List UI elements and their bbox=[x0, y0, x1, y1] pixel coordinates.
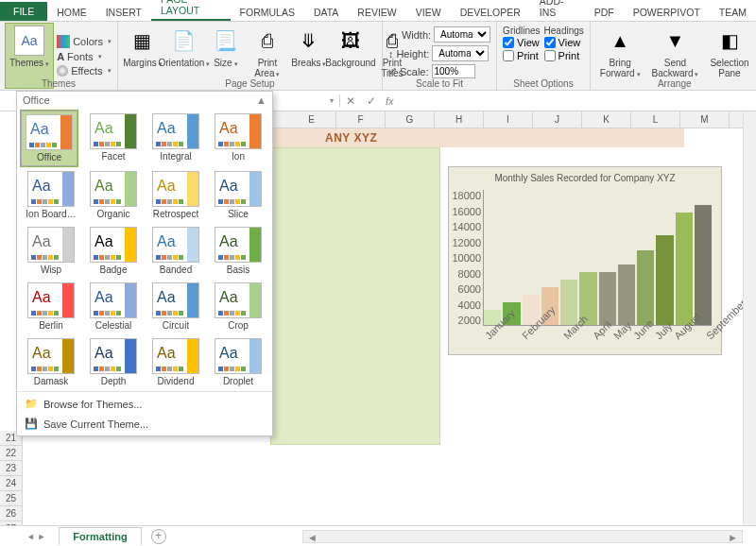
theme-crop[interactable]: AaCrop bbox=[208, 280, 268, 333]
sheet-tabs: ◄ ► Formatting + ◄► bbox=[0, 525, 756, 546]
row-24[interactable]: 24 bbox=[0, 476, 22, 491]
scale-icon: ⤢ bbox=[388, 65, 397, 77]
themes-icon: Aa bbox=[14, 26, 44, 56]
send-backward-icon: ▼ bbox=[660, 26, 690, 56]
tab-team[interactable]: Team bbox=[710, 3, 756, 21]
row-headers[interactable]: 2122232425262728293031 bbox=[0, 431, 23, 527]
theme-circuit[interactable]: AaCircuit bbox=[146, 280, 206, 333]
col-L[interactable]: L bbox=[631, 111, 680, 128]
bar-October bbox=[656, 235, 673, 325]
scale-height[interactable]: ↕Height:Automatic bbox=[388, 44, 490, 62]
sheet-nav[interactable]: ◄ ► bbox=[19, 532, 53, 541]
tab-page-layout[interactable]: PAGE LAYOUT bbox=[151, 0, 231, 21]
col-F[interactable]: F bbox=[336, 111, 386, 128]
fx-icon[interactable]: fx bbox=[382, 95, 398, 107]
headings-print[interactable]: Print bbox=[544, 49, 584, 62]
theme-berlin[interactable]: AaBerlin bbox=[21, 280, 81, 333]
col-K[interactable]: K bbox=[582, 111, 631, 128]
ribbon-tabs: FILE HOME INSERT PAGE LAYOUT FORMULAS DA… bbox=[0, 0, 756, 22]
bring-forward-icon: ▲ bbox=[605, 26, 635, 56]
save-icon: 💾 bbox=[25, 418, 38, 430]
tab-view[interactable]: VIEW bbox=[406, 3, 451, 21]
bar-July bbox=[599, 272, 616, 325]
tab-home[interactable]: HOME bbox=[47, 3, 96, 21]
theme-retrospect[interactable]: AaRetrospect bbox=[146, 168, 206, 222]
group-label-scale: Scale to Fit bbox=[383, 78, 496, 89]
scale-pct[interactable]: ⤢Scale: bbox=[388, 63, 490, 79]
bar-December bbox=[695, 205, 712, 325]
tab-addins[interactable]: ADD-INS bbox=[530, 0, 585, 21]
horizontal-scrollbar[interactable]: ◄► bbox=[302, 530, 743, 543]
tab-data[interactable]: DATA bbox=[304, 3, 348, 21]
row-26[interactable]: 26 bbox=[0, 506, 22, 521]
theme-basis[interactable]: AaBasis bbox=[208, 224, 268, 278]
chart[interactable]: Monthly Sales Recorded for Company XYZ 1… bbox=[448, 166, 722, 355]
theme-slice[interactable]: AaSlice bbox=[208, 168, 268, 222]
selection-pane-icon: ◧ bbox=[714, 26, 745, 56]
chart-x-axis: JanuaryFebruaryMarchAprilMayJuneJulyAugu… bbox=[483, 328, 712, 352]
row-25[interactable]: 25 bbox=[0, 491, 22, 506]
row-22[interactable]: 22 bbox=[0, 446, 22, 461]
tab-review[interactable]: REVIEW bbox=[348, 3, 405, 21]
col-G[interactable]: G bbox=[386, 111, 435, 128]
width-select[interactable]: Automatic bbox=[434, 26, 490, 43]
row-23[interactable]: 23 bbox=[0, 461, 22, 476]
col-E[interactable]: E bbox=[287, 111, 336, 128]
vertical-scrollbar[interactable] bbox=[743, 111, 756, 525]
theme-organic[interactable]: AaOrganic bbox=[83, 168, 144, 222]
col-J[interactable]: J bbox=[533, 111, 582, 128]
folder-icon: 📁 bbox=[25, 398, 38, 410]
tab-developer[interactable]: DEVELOPER bbox=[451, 3, 530, 21]
headings-label: Headings bbox=[544, 26, 584, 36]
theme-banded[interactable]: AaBanded bbox=[146, 224, 206, 278]
theme-damask[interactable]: AaDamask bbox=[21, 335, 81, 389]
add-sheet-button[interactable]: + bbox=[151, 529, 166, 544]
theme-facet[interactable]: AaFacet bbox=[83, 111, 144, 166]
scale-width[interactable]: ↔Width:Automatic bbox=[388, 26, 490, 43]
chart-bars bbox=[483, 190, 712, 326]
sheet-tab-formatting[interactable]: Formatting bbox=[59, 527, 141, 545]
theme-ion[interactable]: AaIon bbox=[208, 111, 268, 166]
theme-droplet[interactable]: AaDroplet bbox=[208, 335, 268, 389]
group-label-sheet: Sheet Options bbox=[497, 78, 590, 89]
print-area-icon: ⎙ bbox=[252, 26, 283, 56]
tab-insert[interactable]: INSERT bbox=[96, 3, 151, 21]
col-M[interactable]: M bbox=[680, 111, 730, 128]
col-H[interactable]: H bbox=[435, 111, 484, 128]
height-icon: ↕ bbox=[388, 48, 394, 60]
accept-formula[interactable]: ✓ bbox=[361, 94, 382, 108]
width-icon: ↔ bbox=[388, 29, 399, 41]
theme-dividend[interactable]: AaDividend bbox=[146, 335, 206, 389]
tab-pdf[interactable]: PDF bbox=[585, 3, 624, 21]
background-icon: 🖼 bbox=[335, 26, 366, 56]
theme-integral[interactable]: AaIntegral bbox=[146, 111, 206, 166]
height-select[interactable]: Automatic bbox=[432, 45, 489, 61]
gridlines-print[interactable]: Print bbox=[503, 49, 540, 62]
palette-icon bbox=[57, 35, 70, 48]
theme-ion-board-[interactable]: AaIon Board… bbox=[21, 168, 81, 222]
browse-themes[interactable]: 📁Browse for Themes... bbox=[17, 394, 272, 414]
col-I[interactable]: I bbox=[484, 111, 533, 128]
tab-file[interactable]: FILE bbox=[0, 2, 47, 21]
fonts-button[interactable]: AFonts bbox=[57, 50, 112, 63]
theme-badge[interactable]: AaBadge bbox=[83, 224, 144, 278]
scale-input[interactable] bbox=[432, 64, 475, 78]
theme-depth[interactable]: AaDepth bbox=[83, 335, 144, 389]
group-label-pagesetup: Page Setup bbox=[118, 78, 382, 89]
save-theme[interactable]: 💾Save Current Theme... bbox=[17, 414, 272, 434]
cancel-formula[interactable]: ✕ bbox=[340, 94, 361, 108]
theme-wisp[interactable]: AaWisp bbox=[21, 224, 81, 278]
scroll-up-icon[interactable]: ▲ bbox=[256, 94, 266, 106]
effects-icon bbox=[57, 65, 68, 77]
gridlines-view[interactable]: View bbox=[503, 36, 540, 49]
theme-office[interactable]: AaOffice bbox=[21, 111, 77, 166]
effects-button[interactable]: Effects bbox=[57, 64, 112, 77]
headings-view[interactable]: View bbox=[544, 36, 584, 49]
tab-powerpivot[interactable]: POWERPIVOT bbox=[624, 3, 710, 21]
name-box[interactable]: ▾ bbox=[284, 94, 340, 107]
tab-formulas[interactable]: FORMULAS bbox=[231, 3, 304, 21]
bar-November bbox=[676, 213, 693, 325]
theme-celestial[interactable]: AaCelestial bbox=[83, 280, 144, 333]
colors-button[interactable]: Colors bbox=[57, 34, 112, 49]
formula-input[interactable] bbox=[398, 94, 756, 109]
